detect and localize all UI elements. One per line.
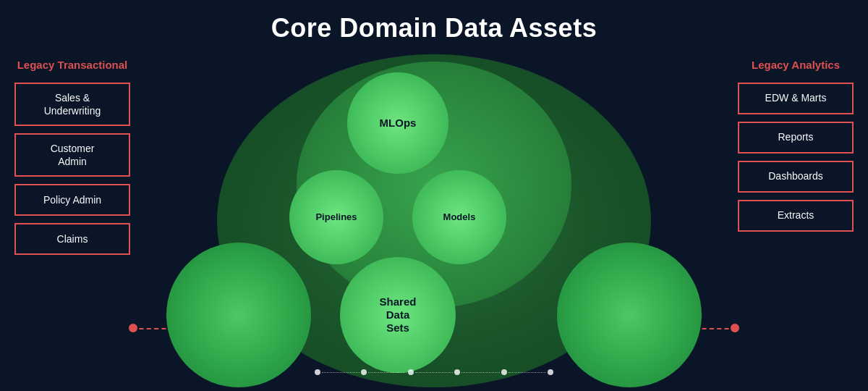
shared-data-sets-circle: SharedDataSets	[340, 257, 456, 373]
shared-data-sets-label: SharedDataSets	[380, 295, 417, 335]
dot-3	[408, 369, 414, 375]
models-circle: Models	[412, 170, 506, 264]
claims-box: Claims	[14, 223, 130, 255]
dot-1	[315, 369, 320, 375]
document-model-circle: DocumentModel	[166, 243, 311, 387]
left-sidebar: Legacy Transactional Sales &Underwriting…	[14, 58, 130, 262]
pipelines-label: Pipelines	[315, 211, 357, 223]
mlops-label: MLOps	[380, 117, 417, 130]
reports-box: Reports	[738, 122, 854, 154]
dot-4	[454, 369, 460, 375]
mlops-circle: MLOps	[347, 72, 448, 174]
models-label: Models	[443, 211, 476, 223]
legacy-analytics-label: Legacy Analytics	[738, 58, 854, 72]
dots-connector	[315, 369, 553, 375]
customer-admin-box: CustomerAdmin	[14, 133, 130, 177]
dot-left	[129, 324, 137, 332]
dot-6	[548, 369, 553, 375]
page-title: Core Domain Data Assets	[0, 0, 868, 43]
dot-5	[501, 369, 507, 375]
lakehouse-platform-circle: LakehousePlatform	[557, 243, 702, 387]
pipelines-circle: Pipelines	[289, 170, 383, 264]
legacy-transactional-label: Legacy Transactional	[14, 58, 130, 72]
sales-underwriting-box: Sales &Underwriting	[14, 83, 130, 126]
extracts-box: Extracts	[738, 200, 854, 232]
dot-connector-2	[368, 372, 406, 373]
policy-admin-box: Policy Admin	[14, 184, 130, 216]
right-sidebar: Legacy Analytics EDW & Marts Reports Das…	[738, 58, 854, 239]
dot-2	[361, 369, 367, 375]
dot-connector-1	[322, 372, 359, 373]
edw-marts-box: EDW & Marts	[738, 83, 854, 114]
dot-connector-3	[415, 372, 453, 373]
dot-connector-4	[461, 372, 499, 373]
diagram-area: DocumentModel LakehousePlatform MLOps Pi…	[145, 40, 723, 384]
dot-right	[731, 324, 739, 332]
dot-connector-5	[509, 372, 546, 373]
dashboards-box: Dashboards	[738, 161, 854, 193]
